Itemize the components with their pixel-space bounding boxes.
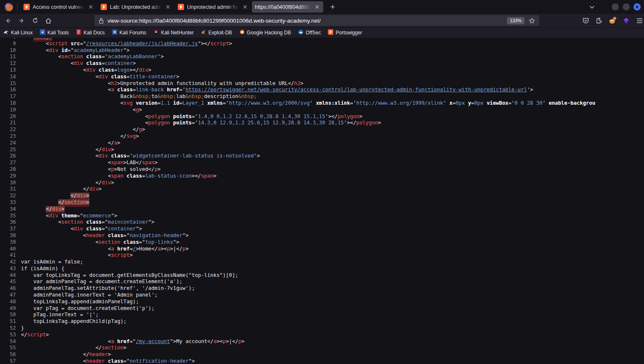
tab-strip-separator	[17, 3, 18, 11]
source-line: 50 pTag.innerText = '|';	[0, 312, 644, 318]
bookmark-label: Kali Linux	[11, 30, 33, 36]
source-link[interactable]: https://portswigger.net/web-security/acc…	[185, 87, 527, 93]
tab-close-icon[interactable]	[87, 4, 94, 10]
source-token: span	[111, 160, 124, 165]
source-token: <	[21, 173, 111, 179]
offsec-icon	[298, 29, 304, 36]
source-line: 44 var topLinksTag = document.getElement…	[0, 272, 644, 279]
source-token: 14.3,0 12.9,1.2 25.6,15 12.9,28.8 14.3,3…	[198, 120, 344, 126]
line-number: 36	[0, 219, 16, 226]
bookmark-exploit-db[interactable]: Exploit-DB	[201, 29, 232, 36]
tab-close-icon[interactable]	[164, 4, 171, 10]
source-line: 49 var pTag = document.createElement('p'…	[0, 305, 644, 312]
bookmark-offsec[interactable]: OffSec	[298, 29, 321, 36]
source-line: 55 </section>	[0, 345, 644, 351]
source-link[interactable]: /resources/labheader/js/labHeader.js	[86, 41, 198, 46]
tab-view-source-active[interactable]: https://0a0400f804d88bfc80	[252, 1, 323, 13]
source-token: <	[21, 153, 99, 159]
source-view[interactable]: 8 <body>9 <script src="/resources/labhea…	[0, 38, 644, 364]
home-button[interactable]	[42, 15, 54, 26]
lock-icon[interactable]	[99, 18, 104, 24]
source-token: ="	[123, 232, 130, 238]
tab-access-control[interactable]: Access control vulnerabilit	[21, 1, 97, 13]
source-token: href	[117, 338, 130, 344]
tab-lab-unprotected-admin[interactable]: Lab: Unprotected admin fu	[98, 1, 174, 13]
reload-button[interactable]	[29, 15, 41, 26]
bookmark-kali-forums[interactable]: Kali Forums	[112, 29, 146, 36]
source-token: <	[21, 226, 74, 232]
bookmark-label: Google Hacking DB	[247, 30, 291, 36]
source-line: 12 <div class=container>	[0, 60, 644, 67]
source-token: =	[130, 246, 132, 252]
source-token: </	[176, 246, 182, 252]
extensions-puzzle-icon[interactable]	[595, 16, 604, 25]
bookmark-portswigger[interactable]: Portswigger	[328, 29, 362, 36]
source-token: p	[238, 338, 241, 344]
source-token: >	[86, 199, 89, 205]
zoom-level-badge[interactable]: 133%	[507, 17, 525, 24]
source-line: 26 <div class='widgetcontainer-lab-statu…	[0, 153, 644, 160]
source-token: '>	[254, 153, 260, 159]
new-tab-button[interactable]	[327, 2, 338, 12]
url-bar[interactable]: view-source:https://0a0400f804d88bfc8012…	[94, 15, 539, 26]
bookmark-kali-linux[interactable]: Kali Linux	[3, 29, 33, 36]
bookmark-google-hacking-db[interactable]: Google Hacking DB	[239, 29, 291, 36]
source-token: notification-header	[130, 358, 189, 364]
maximize-button[interactable]	[623, 3, 630, 10]
source-token: widgetcontainer-lab-status is-notsolved	[133, 153, 254, 159]
list-all-tabs-chevron-icon[interactable]	[588, 3, 596, 11]
tab-close-icon[interactable]	[242, 4, 248, 10]
source-token: polygon	[356, 120, 378, 126]
source-token: </	[21, 180, 102, 186]
pocket-icon[interactable]	[581, 16, 590, 25]
bookmark-kali-nethunter[interactable]: Kali NetHunter	[153, 29, 194, 36]
source-token: <	[21, 114, 148, 119]
source-token: <	[21, 107, 136, 113]
source-token: >	[61, 206, 64, 212]
source-token: id	[173, 100, 179, 106]
source-token: g	[139, 126, 142, 132]
source-token: >	[108, 351, 111, 357]
line-number: 27	[0, 160, 16, 166]
source-token: enable-backgrou	[549, 100, 595, 106]
source-token: topLinksTag.append(adminPanelTag);	[21, 299, 139, 305]
close-window-button[interactable]	[634, 3, 641, 10]
source-token: header	[86, 358, 104, 364]
line-number: 50	[0, 312, 16, 318]
line-number: 28	[0, 166, 16, 173]
source-token: >	[242, 338, 244, 344]
source-token: <	[21, 213, 49, 219]
source-token: y	[468, 100, 471, 106]
source-line: 57 <header class="notification-header">	[0, 358, 644, 364]
url-text[interactable]: view-source:https://0a0400f804d88bfc8012…	[107, 18, 507, 24]
back-button[interactable]	[3, 15, 14, 26]
bookmark-star-icon[interactable]	[529, 18, 535, 24]
bookmark-kali-tools[interactable]: Kali Tools	[40, 29, 69, 36]
source-token: Home	[139, 246, 151, 252]
portswigger-icon	[328, 29, 333, 36]
source-token: ">	[170, 338, 176, 344]
tab-close-icon[interactable]	[314, 4, 320, 10]
purple-gem-extension-icon[interactable]	[621, 16, 631, 25]
menu-hamburger-icon[interactable]	[635, 16, 644, 25]
source-token: 1.1	[161, 100, 170, 106]
source-token: <	[21, 41, 49, 46]
source-link[interactable]: /	[133, 246, 136, 252]
tab-title: Lab: Unprotected admin fu	[110, 4, 163, 10]
source-token: container	[108, 226, 136, 232]
source-token: >	[226, 338, 229, 344]
source-token: >	[229, 41, 232, 46]
forward-button[interactable]	[16, 15, 28, 26]
source-line: 27 <span>LAB</span>	[0, 160, 644, 166]
proxy-extension-icon[interactable]	[608, 16, 617, 25]
source-token: >	[300, 80, 303, 86]
minimize-button[interactable]	[612, 3, 619, 10]
line-number: 45	[0, 279, 16, 285]
source-token: ='	[350, 100, 356, 106]
source-token: ><	[161, 246, 167, 252]
source-link[interactable]: /my-account	[136, 338, 170, 344]
bookmark-kali-docs[interactable]: Kali Docs	[76, 29, 105, 36]
source-token: section	[61, 219, 83, 225]
kali-nethunter-icon	[153, 29, 159, 36]
tab-unprotected-admin[interactable]: Unprotected admin functio	[175, 1, 251, 13]
